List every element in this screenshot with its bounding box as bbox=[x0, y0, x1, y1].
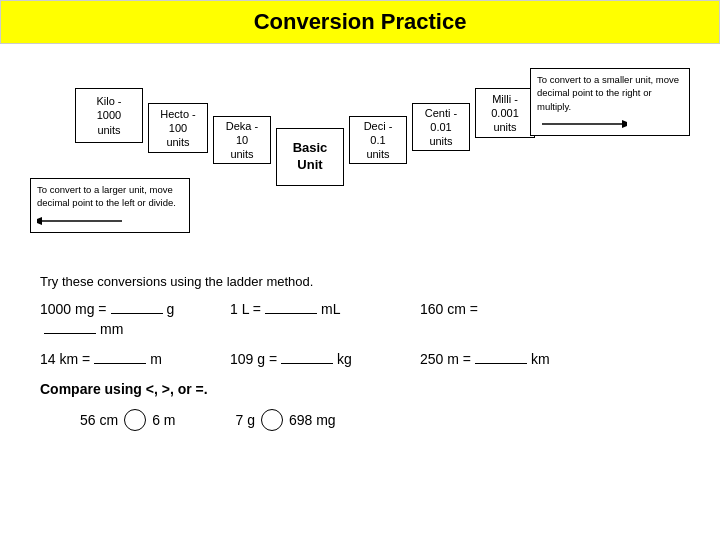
box-milli: Milli - 0.001 units bbox=[475, 88, 535, 138]
prob-p2: 1 L = mL bbox=[230, 301, 420, 317]
box-centi: Centi - 0.01 units bbox=[412, 103, 470, 151]
diagram-area: Kilo - 1000 units Hecto - 100 units Deka… bbox=[0, 48, 720, 268]
prob-p3-prefix: 160 cm = bbox=[420, 301, 478, 317]
prob-p5: 109 g = kg bbox=[230, 351, 420, 367]
note-right: To convert to a smaller unit, move decim… bbox=[530, 68, 690, 136]
title-bar: Conversion Practice bbox=[0, 0, 720, 44]
prob-p1: 1000 mg = g bbox=[40, 301, 230, 317]
svg-marker-3 bbox=[37, 217, 42, 225]
page-title: Conversion Practice bbox=[254, 9, 467, 34]
prob-p4: 14 km = m bbox=[40, 351, 230, 367]
box-kilo: Kilo - 1000 units bbox=[75, 88, 143, 143]
compare-label: Compare using <, >, or =. bbox=[40, 381, 680, 397]
compare-item-2: 7 g 698 mg bbox=[235, 409, 335, 431]
compare-row: 56 cm 6 m 7 g 698 mg bbox=[80, 409, 680, 431]
compare-circle-1[interactable] bbox=[124, 409, 146, 431]
compare-item-1: 56 cm 6 m bbox=[80, 409, 175, 431]
box-hecto: Hecto - 100 units bbox=[148, 103, 208, 153]
blank-p3[interactable] bbox=[44, 333, 96, 334]
box-deka: Deka - 10 units bbox=[213, 116, 271, 164]
blank-p6[interactable] bbox=[475, 363, 527, 364]
problem-row-1: 1000 mg = g 1 L = mL 160 cm = bbox=[40, 301, 680, 317]
problem-row-2: 14 km = m 109 g = kg 250 m = km bbox=[40, 351, 680, 367]
note-left: To convert to a larger unit, move decima… bbox=[30, 178, 190, 233]
blank-p5[interactable] bbox=[281, 363, 333, 364]
content-area: Try these conversions using the ladder m… bbox=[0, 268, 720, 431]
blank-p4[interactable] bbox=[94, 363, 146, 364]
blank-p2[interactable] bbox=[265, 313, 317, 314]
instruction: Try these conversions using the ladder m… bbox=[40, 274, 680, 289]
compare-circle-2[interactable] bbox=[261, 409, 283, 431]
box-basic: Basic Unit bbox=[276, 128, 344, 186]
blank-p1[interactable] bbox=[111, 313, 163, 314]
problems-area: 1000 mg = g 1 L = mL 160 cm = mm 14 km = bbox=[40, 301, 680, 367]
svg-marker-1 bbox=[622, 120, 627, 128]
prob-p6: 250 m = km bbox=[420, 351, 610, 367]
problem-row-1b: mm bbox=[40, 321, 680, 337]
box-deci: Deci - 0.1 units bbox=[349, 116, 407, 164]
